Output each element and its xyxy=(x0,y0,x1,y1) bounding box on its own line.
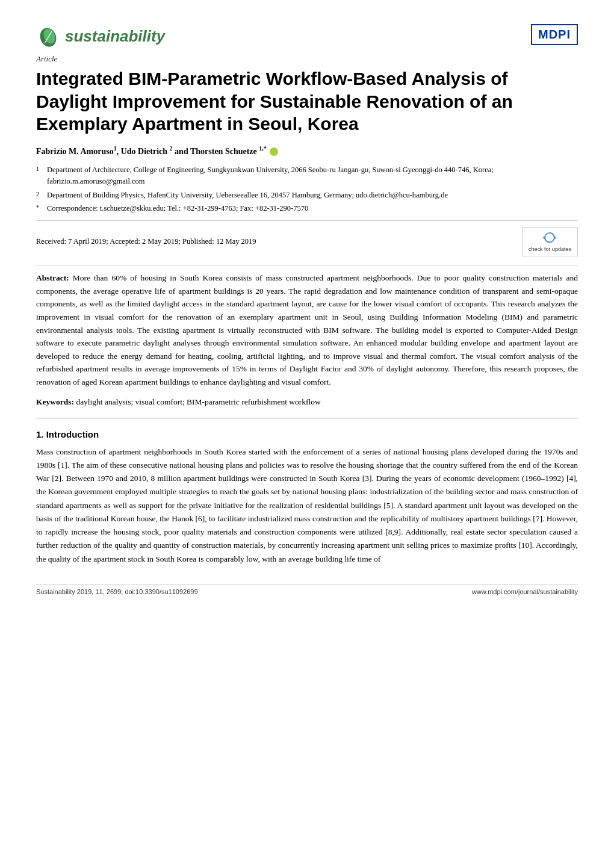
svg-marker-5 xyxy=(543,236,545,240)
keywords-text: daylight analysis; visual comfort; BIM-p… xyxy=(74,397,321,406)
svg-marker-4 xyxy=(554,236,557,240)
abstract-text: More than 60% of housing in South Korea … xyxy=(36,273,578,386)
section1-paragraph1: Mass construction of apartment neighborh… xyxy=(36,445,578,566)
check-updates-icon xyxy=(541,231,559,244)
affiliation-1: 1 Department of Architecture, College of… xyxy=(36,164,578,187)
journal-logo: sustainability xyxy=(36,24,165,48)
author2-sup: 2 xyxy=(170,145,173,152)
mdpi-logo: MDPI xyxy=(531,24,578,45)
section-divider xyxy=(36,418,578,418)
received-row: Received: 7 April 2019; Accepted: 2 May … xyxy=(36,227,578,256)
author3-sup: 1,* xyxy=(259,145,267,152)
aff1-num: 1 xyxy=(36,164,43,187)
check-updates-badge: check for updates xyxy=(522,227,578,256)
abstract-label: Abstract: xyxy=(36,273,69,282)
footer-citation: Sustainability 2019, 11, 2699; doi:10.33… xyxy=(36,588,198,595)
aff1-text: Department of Architecture, College of E… xyxy=(47,164,578,187)
keywords-label: Keywords: xyxy=(36,397,74,406)
page-header: sustainability MDPI xyxy=(36,24,578,48)
section1-heading: Introduction xyxy=(46,429,99,439)
footer-url: www.mdpi.com/journal/sustainability xyxy=(472,588,578,595)
author1-name: Fabrizio M. Amoruso xyxy=(36,146,114,155)
keywords-block: Keywords: daylight analysis; visual comf… xyxy=(36,397,578,407)
section1-text: Mass construction of apartment neighborh… xyxy=(36,447,578,563)
leaf-icon xyxy=(36,24,60,48)
journal-name: sustainability xyxy=(65,27,165,46)
affiliations-block: 1 Department of Architecture, College of… xyxy=(36,164,578,214)
divider-2 xyxy=(36,265,578,265)
article-title: Integrated BIM-Parametric Workflow-Based… xyxy=(36,67,578,135)
aff2-text: Department of Building Physics, HafenCit… xyxy=(47,190,448,201)
page-footer: Sustainability 2019, 11, 2699; doi:10.33… xyxy=(36,584,578,595)
author2-name: Udo Dietrich xyxy=(121,146,167,155)
author1-sup: 1 xyxy=(114,145,117,152)
aff2-num: 2 xyxy=(36,190,43,201)
affiliation-2: 2 Department of Building Physics, HafenC… xyxy=(36,190,578,201)
affiliations-list: 1 Department of Architecture, College of… xyxy=(36,164,578,214)
author3-name: Thorsten Schuetze xyxy=(190,146,257,155)
divider-1 xyxy=(36,220,578,221)
correspondence-text: Correspondence: t.schuetze@skku.edu; Tel… xyxy=(47,203,308,214)
received-dates: Received: 7 April 2019; Accepted: 2 May … xyxy=(36,237,256,246)
aff-star-num: * xyxy=(36,203,43,214)
affiliation-correspondence: * Correspondence: t.schuetze@skku.edu; T… xyxy=(36,203,578,214)
check-updates-label: check for updates xyxy=(529,246,571,252)
abstract-block: Abstract: More than 60% of housing in So… xyxy=(36,271,578,388)
authors-line: Fabrizio M. Amoruso1, Udo Dietrich 2 and… xyxy=(36,145,578,157)
orcid-icon xyxy=(270,147,278,156)
section1-title: 1. Introduction xyxy=(36,429,578,439)
section1-number: 1. xyxy=(36,429,44,439)
article-type-label: Article xyxy=(36,54,578,64)
